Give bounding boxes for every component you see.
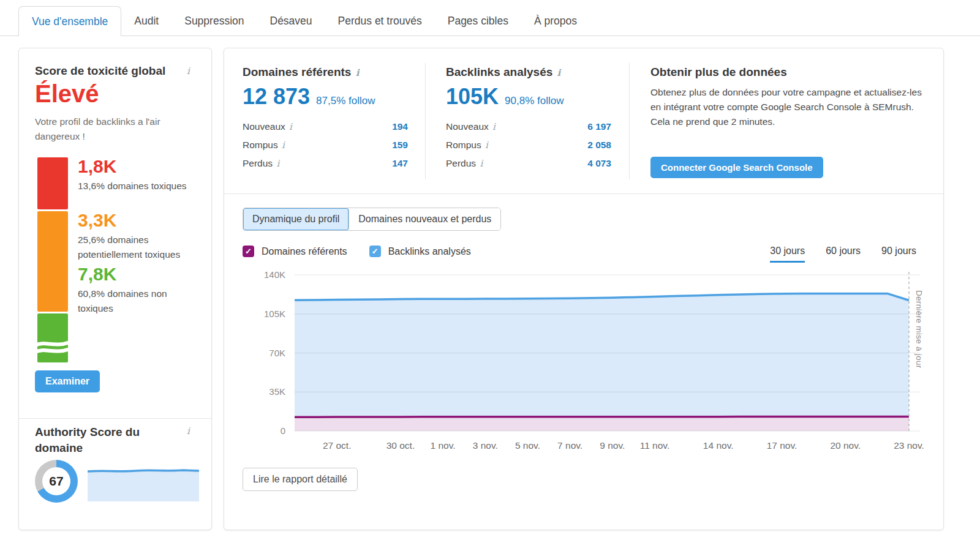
period-selector: 30 jours 60 jours 90 jours [770, 246, 916, 263]
period-60-days[interactable]: 60 jours [826, 246, 861, 263]
vertical-divider [629, 63, 630, 179]
svg-text:9 nov.: 9 nov. [600, 440, 625, 449]
chart-legend: ✓ Domaines référents ✓ Backlinks analysé… [243, 246, 471, 257]
toxicity-level: Élevé [35, 80, 99, 108]
svg-text:27 oct.: 27 oct. [323, 440, 352, 449]
svg-text:0: 0 [281, 426, 285, 436]
period-30-days[interactable]: 30 jours [770, 246, 805, 263]
tab-perdus-et-trouves[interactable]: Perdus et trouvés [325, 6, 435, 36]
authority-score-value: 67 [42, 467, 70, 495]
svg-text:23 nov.: 23 nov. [894, 440, 924, 449]
svg-text:105K: 105K [264, 309, 285, 319]
info-icon[interactable]: i [478, 158, 484, 169]
stat-row-broken: Rompus i 159 [243, 136, 408, 154]
detailed-report-button[interactable]: Lire le rapport détaillé [243, 468, 358, 491]
info-icon[interactable]: i [186, 66, 191, 77]
examine-button[interactable]: Examiner [35, 370, 100, 392]
more-data-title: Obtenir plus de données [650, 66, 787, 79]
authority-score-title: Authority Score du domaine [35, 424, 170, 456]
backlink-audit-page: Vue d'ensemble Audit Suppression Désaveu… [0, 0, 980, 540]
info-icon[interactable]: i [288, 121, 293, 132]
potentially-toxic-value: 3,3K [78, 210, 200, 231]
toxicity-stacked-bar [37, 157, 68, 362]
potentially-toxic-stat: 3,3K 25,6% domaines potentiellement toxi… [78, 210, 200, 262]
backlinks-checkbox[interactable]: ✓ [369, 246, 381, 257]
svg-text:3 nov.: 3 nov. [473, 440, 498, 449]
card-divider [19, 418, 211, 419]
non-toxic-label: 60,8% domaines non toxiques [78, 287, 200, 316]
potentially-toxic-label: 25,6% domaines potentiellement toxiques [78, 233, 200, 262]
tab-suppression[interactable]: Suppression [172, 6, 257, 36]
toxicity-description: Votre profil de backlinks a l'air danger… [35, 114, 181, 144]
svg-text:14 nov.: 14 nov. [703, 440, 734, 449]
svg-text:17 nov.: 17 nov. [767, 440, 797, 449]
more-data-text: Obtenez plus de données pour votre campa… [650, 85, 932, 129]
tab-vue-densemble[interactable]: Vue d'ensemble [18, 6, 121, 36]
info-icon[interactable]: i [281, 140, 286, 151]
svg-text:20 nov.: 20 nov. [830, 440, 861, 449]
period-90-days[interactable]: 90 jours [881, 246, 916, 263]
info-icon[interactable]: i [491, 121, 497, 132]
toxic-stat: 1,8K 13,6% domaines toxiques [78, 156, 200, 193]
bar-break-wave [36, 339, 70, 355]
non-toxic-segment [37, 313, 68, 362]
svg-text:30 oct.: 30 oct. [386, 440, 415, 449]
info-icon[interactable]: i [484, 140, 489, 151]
info-icon[interactable]: i [556, 67, 562, 78]
referring-domains-value: 12 87387,5% follow [243, 84, 375, 110]
non-toxic-value: 7,8K [78, 264, 200, 285]
tab-audit[interactable]: Audit [121, 6, 172, 36]
referring-domains-checkbox[interactable]: ✓ [243, 246, 254, 257]
backlinks-value: 105K90,8% follow [446, 84, 564, 110]
svg-text:1 nov.: 1 nov. [431, 440, 456, 449]
svg-text:35K: 35K [269, 386, 285, 397]
overview-card: Domaines référents i 12 87387,5% follow … [224, 48, 944, 530]
tab-a-propos[interactable]: À propos [521, 6, 590, 36]
chart-view-toggle: Dynamique du profil Domaines nouveaux et… [243, 208, 501, 231]
stat-row-lost: Perdus i 147 [243, 154, 408, 173]
authority-score-donut: 67 [35, 460, 78, 503]
info-icon[interactable]: i [275, 158, 281, 169]
toxic-label: 13,6% domaines toxiques [78, 179, 200, 193]
referring-domains-title: Domaines référents i [243, 66, 360, 79]
svg-text:140K: 140K [264, 269, 285, 280]
stat-row-broken: Rompus i 2 058 [446, 136, 611, 154]
svg-text:7 nov.: 7 nov. [557, 440, 582, 449]
trend-chart: 140K105K70K35K027 oct.30 oct.1 nov.3 nov… [243, 266, 926, 449]
toxicity-card: Score de toxicité global i Élevé Votre p… [18, 48, 212, 530]
connect-gsc-button[interactable]: Connecter Google Search Console [650, 157, 823, 178]
stat-row-new: Nouveaux i 6 197 [446, 118, 611, 136]
svg-text:70K: 70K [269, 348, 285, 358]
legend-label-referring: Domaines référents [262, 246, 347, 257]
authority-trend-sparkline [88, 462, 199, 501]
vertical-divider [425, 63, 426, 179]
svg-text:5 nov.: 5 nov. [515, 440, 540, 449]
card-divider [224, 193, 943, 194]
referring-domains-follow: 87,5% follow [316, 95, 375, 107]
toxicity-title: Score de toxicité global [35, 64, 165, 78]
svg-text:11 nov.: 11 nov. [640, 440, 670, 449]
toggle-profile-dynamics[interactable]: Dynamique du profil [243, 208, 349, 230]
backlinks-follow: 90,8% follow [505, 95, 564, 107]
tab-pages-cibles[interactable]: Pages cibles [435, 6, 521, 36]
backlinks-title: Backlinks analysés i [446, 66, 562, 79]
stat-row-new: Nouveaux i 194 [243, 118, 408, 136]
non-toxic-stat: 7,8K 60,8% domaines non toxiques [78, 264, 200, 316]
info-icon[interactable]: i [186, 426, 191, 437]
info-icon[interactable]: i [355, 67, 361, 78]
last-update-label: Dernière mise à jour [914, 290, 924, 369]
top-tabbar: Vue d'ensemble Audit Suppression Désaveu… [0, 6, 980, 36]
stat-row-lost: Perdus i 4 073 [446, 154, 611, 173]
tab-desaveu[interactable]: Désaveu [257, 6, 325, 36]
toxic-value: 1,8K [78, 156, 200, 177]
legend-label-backlinks: Backlinks analysés [388, 246, 471, 257]
toxic-segment [37, 157, 68, 209]
toggle-new-lost-domains[interactable]: Domaines nouveaux et perdus [349, 208, 500, 230]
potentially-toxic-segment [37, 211, 68, 312]
